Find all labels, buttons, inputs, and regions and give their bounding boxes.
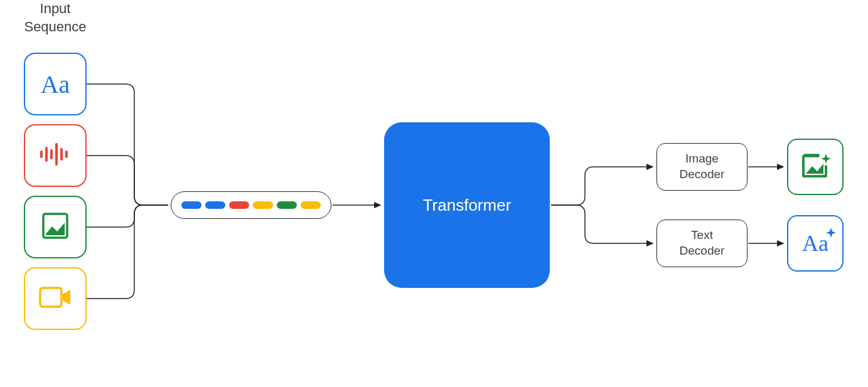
image-sparkle-icon [800,150,831,184]
text-icon: Aa [41,70,70,99]
svg-rect-7 [40,288,62,307]
text-decoder-box: Text Decoder [656,220,747,267]
token-red [229,201,249,209]
token-sequence-capsule [171,191,331,219]
video-icon [38,285,72,312]
output-text-box: Aa [787,215,844,272]
image-decoder-label: Image Decoder [680,151,725,182]
audio-wave-icon [39,143,72,168]
transformer-block: Transformer [384,122,550,288]
output-image-box [787,139,844,195]
token-yellow [301,201,321,209]
input-video-box [24,267,87,330]
transformer-label: Transformer [423,196,512,215]
token-yellow [253,201,273,209]
input-audio-box [24,124,87,187]
image-decoder-box: Image Decoder [656,143,747,191]
image-icon [41,211,70,243]
token-blue [205,201,225,209]
text-sparkle-icon: Aa [802,230,828,257]
text-decoder-label: Text Decoder [680,228,725,258]
token-green [277,201,297,209]
input-image-box [24,196,87,258]
input-text-box: Aa [24,53,87,115]
token-blue [181,201,201,209]
input-sequence-label: Input Sequence [18,0,93,36]
diagram-container: Input Sequence Aa [0,0,868,387]
